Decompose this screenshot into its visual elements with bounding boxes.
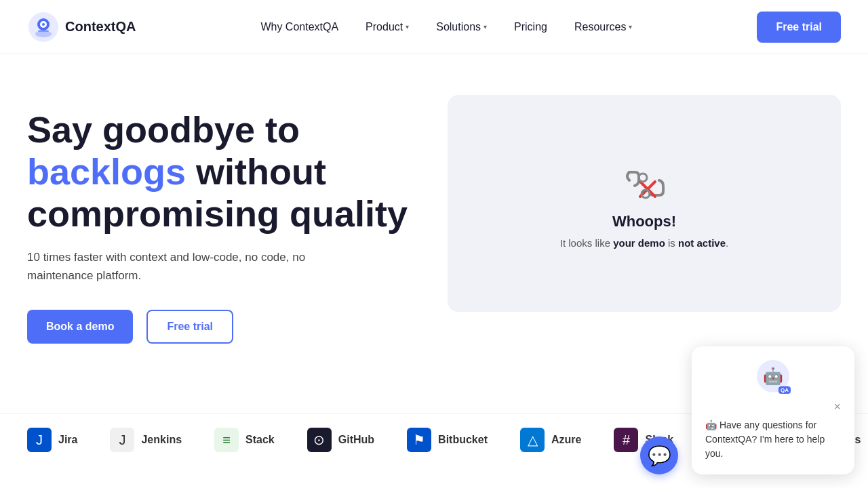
chat-icon-wrapper: 🤖 QA [705,360,841,398]
integration-name: GitHub [338,434,374,446]
free-trial-button[interactable]: Free trial [146,310,233,344]
demo-card: Whoops! It looks like your demo is not a… [448,95,841,312]
chat-close-button[interactable]: × [833,401,841,413]
integration-logo: △ [520,428,545,452]
chevron-down-icon: ▾ [406,23,409,30]
integration-name: Azure [551,434,581,446]
nav-item-resources: Resources ▾ [574,21,632,33]
svg-rect-5 [38,30,49,32]
logo-icon [27,11,60,43]
integration-logo: ⚑ [407,428,431,452]
integration-item: ≡Stack [214,428,275,452]
nav-link-product[interactable]: Product ▾ [366,21,409,33]
svg-point-4 [42,23,45,26]
chat-bot-badge: QA [778,386,791,394]
integration-item: ⊙GitHub [307,428,374,452]
integration-item: JJenkins [110,428,182,452]
chat-bubble: 🤖 QA × 🤖 Have any questions for ContextQ… [692,346,854,466]
broken-link-icon [617,159,671,213]
nav-free-trial-button[interactable]: Free trial [757,12,841,43]
whoops-text: It looks like your demo is not active. [560,237,728,249]
chat-bubble-header: × [705,401,841,413]
nav-link-why[interactable]: Why ContextQA [260,21,338,33]
nav-link-solutions[interactable]: Solutions ▾ [436,21,487,33]
logo-link[interactable]: ContextQA [27,11,136,43]
integration-logo: ⊙ [307,428,332,452]
logo-text: ContextQA [65,19,136,35]
chat-text: 🤖 Have any questions for ContextQA? I'm … [705,418,841,461]
nav-item-why: Why ContextQA [260,21,338,33]
chat-bot-avatar: 🤖 QA [757,360,789,398]
book-demo-button[interactable]: Book a demo [27,310,133,344]
integration-name: Stack [245,434,275,446]
hero-subtext: 10 times faster with context and low-cod… [27,248,366,285]
integration-name: Bitbucket [438,434,488,446]
integration-name: Jenkins [141,434,182,446]
nav-link-resources[interactable]: Resources ▾ [574,21,632,33]
hero-left: Say goodbye to backlogs without compromi… [27,95,420,344]
integration-logo: # [614,428,638,452]
navbar: ContextQA Why ContextQA Product ▾ Soluti… [0,0,868,54]
nav-link-pricing[interactable]: Pricing [514,21,547,33]
chevron-down-icon: ▾ [484,23,487,30]
hero-heading: Say goodbye to backlogs without compromi… [27,108,420,235]
chevron-down-icon: ▾ [629,23,632,30]
hero-buttons: Book a demo Free trial [27,310,420,344]
integration-item: △Azure [520,428,581,452]
nav-item-pricing: Pricing [514,21,547,33]
nav-item-solutions: Solutions ▾ [436,21,487,33]
chat-bot-icon: 🤖 QA [757,360,789,392]
integration-item: JJira [27,428,77,452]
integration-name: Jira [58,434,77,446]
hero-right: Whoops! It looks like your demo is not a… [448,95,841,312]
integration-logo: ≡ [214,428,239,452]
nav-links: Why ContextQA Product ▾ Solutions ▾ Pric… [260,21,632,33]
integration-item: ⚑Bitbucket [407,428,488,452]
nav-item-product: Product ▾ [366,21,409,33]
integration-logo: J [27,428,52,452]
whoops-title: Whoops! [612,213,676,230]
integration-logo: J [110,428,134,452]
